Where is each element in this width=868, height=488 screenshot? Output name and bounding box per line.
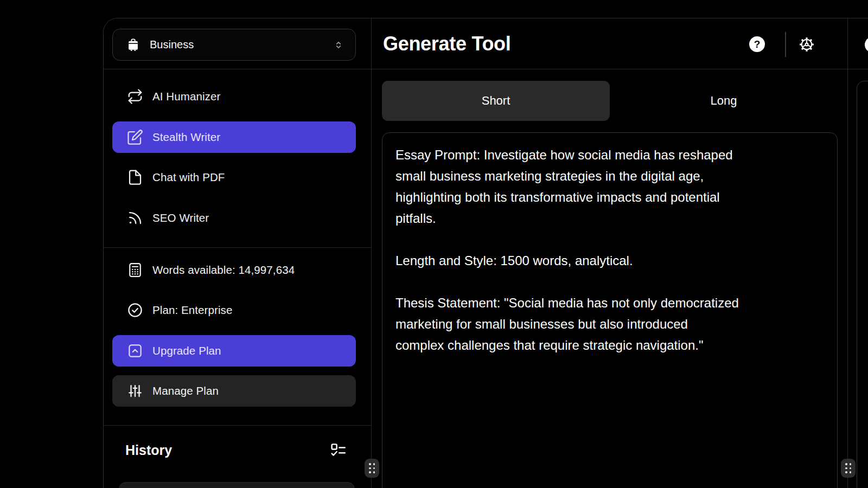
sidebar-item-ai-humanizer[interactable]: AI Humanizer [112,82,356,111]
history-header: History [125,442,347,459]
sidebar-item-label: Stealth Writer [152,131,220,144]
tab-short[interactable]: Short [382,81,610,121]
rss-icon [127,210,143,226]
upgrade-plan-button[interactable]: Upgrade Plan [112,335,356,367]
generate-tool-panel: Generate Tool ? [372,18,848,488]
sidebar-item-label: Chat with PDF [152,171,225,184]
app-window: Business AI Humanizer Stealth Writer [103,18,868,488]
avatar[interactable] [865,37,868,53]
sidebar-item-seo-writer[interactable]: SEO Writer [112,203,356,233]
check-circle-icon [127,302,143,318]
plan-label: Plan: Enterprise [152,304,232,317]
sidebar-divider [104,425,372,426]
plan-status: Plan: Enterprise [112,296,356,325]
document-icon [127,169,143,185]
right-panel-header [848,18,868,69]
sidebar-item-stealth-writer[interactable]: Stealth Writer [112,121,356,153]
question-mark-icon: ? [754,38,761,50]
manage-plan-button[interactable]: Manage Plan [112,375,356,407]
main-header: Generate Tool ? [372,18,847,69]
chevron-up-down-icon [333,39,344,51]
help-button[interactable]: ? [749,36,765,52]
length-tabs: Short Long [382,81,838,121]
right-panel [848,18,868,488]
words-available-status: Words available: 14,997,634 [112,255,356,285]
panel-resize-handle[interactable] [841,459,856,478]
arrow-up-square-icon [127,343,143,359]
sidebar-resize-handle[interactable] [365,459,379,478]
tab-short-label: Short [482,94,510,108]
sidebar: Business AI Humanizer Stealth Writer [104,18,372,488]
briefcase-icon [126,37,141,52]
swap-arrows-icon [127,88,143,105]
sliders-icon [127,383,143,399]
history-checklist-icon[interactable] [330,442,347,459]
sidebar-item-chat-with-pdf[interactable]: Chat with PDF [112,163,356,192]
page-title: Generate Tool [383,33,510,55]
sidebar-header: Business [104,18,371,69]
edit-pencil-icon [127,129,143,145]
workspace-label: Business [150,38,194,51]
workspace-selector[interactable]: Business [112,29,356,61]
history-list-item[interactable] [119,482,355,488]
upgrade-plan-label: Upgrade Plan [152,344,221,357]
calculator-icon [127,262,143,278]
tab-long-label: Long [711,94,737,108]
sidebar-divider [104,247,372,248]
header-divider [785,32,786,57]
prompt-textarea[interactable]: Essay Prompt: Investigate how social med… [382,132,838,488]
sidebar-item-label: AI Humanizer [152,90,220,103]
tab-long[interactable]: Long [610,81,838,121]
words-available-label: Words available: 14,997,634 [152,264,295,277]
sidebar-item-label: SEO Writer [152,211,209,224]
right-panel-box [857,81,868,488]
manage-plan-label: Manage Plan [152,384,219,397]
settings-gear-icon[interactable] [798,36,815,53]
history-title: History [125,442,172,458]
